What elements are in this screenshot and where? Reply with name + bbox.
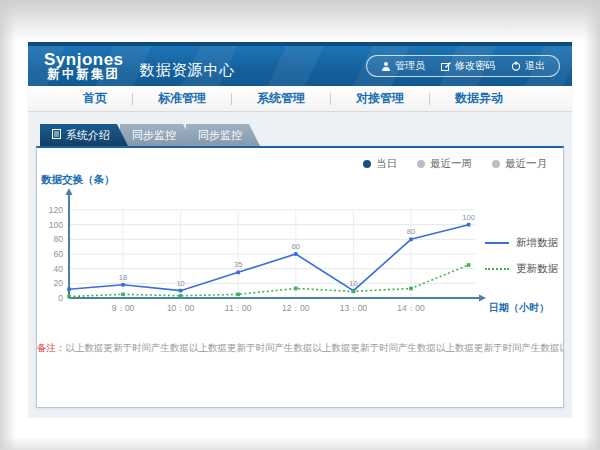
radio-today[interactable]: 当日 [363,157,397,171]
chart-area: 0204060801001209：0010：0011：0012：0013：001… [37,172,563,322]
radio-last-month-label: 最近一月 [505,157,547,171]
user-menu-change-password-label: 修改密码 [455,59,495,73]
svg-text:9：00: 9：00 [112,303,135,313]
svg-text:日期（小时）: 日期（小时） [489,302,549,313]
nav-item-data-change[interactable]: 数据异动 [430,90,528,107]
brand-logo: Synjones 新中新集团 [44,51,124,82]
nav-item-home[interactable]: 首页 [58,90,132,107]
user-menu: 管理员 修改密码 退出 [366,55,560,77]
footnote-text: 以上数据更新于时间产生数据以上数据更新于时间产生数据以上数据更新于时间产生数据以… [66,342,564,353]
svg-text:18: 18 [119,273,127,282]
legend-label-new-data: 新增数据 [516,236,558,250]
radio-last-week-label: 最近一周 [430,157,472,171]
svg-text:60: 60 [292,242,300,251]
document-icon [52,129,61,141]
tab-system-intro[interactable]: 系统介绍 [40,124,128,146]
nav-item-standard-mgmt[interactable]: 标准管理 [133,90,231,107]
user-menu-logout[interactable]: 退出 [511,59,545,73]
line-chart: 0204060801001209：0010：0011：0012：0013：001… [37,172,561,322]
main-nav: 首页 标准管理 系统管理 对接管理 数据异动 [28,86,572,112]
svg-text:40: 40 [54,264,64,274]
svg-text:11：00: 11：00 [225,303,252,313]
radio-today-dot [363,160,371,168]
svg-text:80: 80 [407,227,415,236]
edit-icon [441,61,451,71]
svg-text:20: 20 [54,278,64,288]
chart-legend: 新增数据 更新数据 [485,236,558,276]
header: Synjones 新中新集团 数据资源中心 管理员 修改密码 [28,42,572,86]
radio-today-label: 当日 [376,157,397,171]
power-icon [511,61,521,71]
svg-text:80: 80 [54,234,64,244]
user-menu-logout-label: 退出 [525,59,545,73]
time-range-filter: 当日 最近一周 最近一月 [37,148,563,170]
viewport: Synjones 新中新集团 数据资源中心 管理员 修改密码 [0,0,600,450]
brand-logo-en: Synjones [44,51,124,69]
tab-sync-monitor-1-label: 同步监控 [132,128,176,143]
svg-text:100: 100 [49,220,63,230]
tab-sync-monitor-1[interactable]: 同步监控 [120,124,194,146]
legend-swatch-new-data [485,242,509,244]
svg-text:数据交换（条）: 数据交换（条） [40,173,115,186]
tab-bar: 系统介绍 同步监控 同步监控 [36,124,564,146]
legend-label-updated-data: 更新数据 [516,262,558,276]
radio-last-month[interactable]: 最近一月 [492,157,547,171]
svg-text:120: 120 [49,205,63,215]
radio-last-week[interactable]: 最近一周 [417,157,472,171]
svg-text:10: 10 [176,279,184,288]
legend-item-new-data[interactable]: 新增数据 [485,236,558,250]
svg-text:0: 0 [58,293,63,303]
nav-item-docking-mgmt[interactable]: 对接管理 [331,90,429,107]
svg-text:100: 100 [462,213,475,222]
nav-item-system-mgmt[interactable]: 系统管理 [232,90,330,107]
radio-last-week-dot [417,160,425,168]
legend-item-updated-data[interactable]: 更新数据 [485,262,558,276]
svg-text:12：00: 12：00 [282,303,310,313]
page-container: Synjones 新中新集团 数据资源中心 管理员 修改密码 [28,42,572,418]
page-title: 数据资源中心 [140,61,236,80]
tab-sync-monitor-2-label: 同步监控 [198,128,242,143]
svg-text:10：00: 10：00 [167,303,195,313]
svg-text:10: 10 [349,279,357,288]
user-icon [381,61,391,71]
user-menu-admin-label: 管理员 [395,59,425,73]
chart-panel: 当日 最近一周 最近一月 0204060801001209：0010：0011：… [36,146,564,408]
svg-text:13：00: 13：00 [340,303,368,313]
svg-text:14：00: 14：00 [397,303,425,313]
footnote-prefix: 备注： [37,342,66,353]
legend-swatch-updated-data [485,268,509,270]
footnote: 备注：以上数据更新于时间产生数据以上数据更新于时间产生数据以上数据更新于时间产生… [37,342,563,355]
user-menu-admin[interactable]: 管理员 [381,59,425,73]
radio-last-month-dot [492,160,500,168]
tab-sync-monitor-2[interactable]: 同步监控 [186,124,260,146]
user-menu-change-password[interactable]: 修改密码 [441,59,495,73]
svg-text:60: 60 [54,249,64,259]
tab-system-intro-label: 系统介绍 [66,128,110,143]
brand-logo-cn: 新中新集团 [44,68,124,81]
svg-text:35: 35 [234,260,242,269]
content-area: 系统介绍 同步监控 同步监控 当日 最近一周 [28,112,572,418]
